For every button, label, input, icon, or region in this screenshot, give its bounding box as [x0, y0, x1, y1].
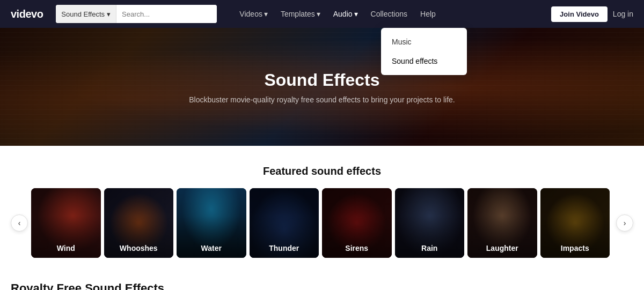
featured-title: Featured sound effects — [11, 165, 633, 177]
chevron-left-icon: ‹ — [18, 219, 21, 227]
search-category-label: Sound Effects — [61, 10, 105, 18]
nav-collections[interactable]: Collections — [365, 6, 413, 21]
login-button[interactable]: Log in — [613, 10, 633, 18]
hero-subtitle: Blockbuster movie-quality royalty free s… — [189, 95, 455, 104]
chevron-down-icon: ▾ — [264, 10, 268, 18]
search-input[interactable] — [116, 5, 217, 23]
nav-audio[interactable]: Audio ▾ — [328, 6, 363, 21]
card-thunder-label: Thunder — [250, 244, 319, 252]
search-bar: Sound Effects ▾ 🔍 — [56, 5, 217, 23]
audio-dropdown: Music Sound effects — [381, 28, 467, 75]
card-water[interactable]: Water — [177, 188, 246, 258]
nav-links: Videos ▾ Templates ▾ Audio ▾ Collections… — [234, 6, 441, 21]
nav-templates[interactable]: Templates ▾ — [275, 6, 326, 21]
dropdown-music[interactable]: Music — [381, 32, 467, 51]
join-button[interactable]: Join Videvo — [551, 6, 608, 22]
card-rain-label: Rain — [395, 244, 465, 252]
nav-videos[interactable]: Videos ▾ — [234, 6, 273, 21]
card-whooshes[interactable]: Whooshes — [104, 188, 174, 258]
chevron-down-icon: ▾ — [354, 10, 358, 18]
card-whooshes-label: Whooshes — [104, 244, 174, 252]
card-impacts-label: Impacts — [540, 244, 610, 252]
card-sirens-label: Sirens — [322, 244, 392, 252]
nav-help[interactable]: Help — [415, 6, 441, 21]
card-wind-label: Wind — [31, 244, 101, 252]
dropdown-sound-effects[interactable]: Sound effects — [381, 51, 467, 71]
card-laughter[interactable]: Laughter — [467, 188, 537, 258]
carousel-track: Wind Whooshes Water Thunder Sirens — [28, 188, 616, 258]
search-category-chevron: ▾ — [107, 10, 111, 18]
search-category-select[interactable]: Sound Effects ▾ — [56, 5, 116, 23]
logo: videvo — [11, 8, 43, 20]
carousel-next-button[interactable]: › — [616, 214, 633, 232]
card-laughter-label: Laughter — [467, 244, 537, 252]
bottom-section: Royalty Free Sound Effects 185,832 clips… — [0, 269, 644, 290]
card-rain[interactable]: Rain — [395, 188, 465, 258]
nav-right: Join Videvo Log in — [551, 6, 633, 22]
card-impacts[interactable]: Impacts — [540, 188, 610, 258]
card-thunder[interactable]: Thunder — [250, 188, 319, 258]
carousel-wrapper: ‹ Wind Whooshes Water Thunder — [11, 188, 633, 258]
featured-section: Featured sound effects ‹ Wind Whooshes W… — [0, 146, 644, 269]
royalty-title: Royalty Free Sound Effects — [11, 281, 633, 290]
navbar: videvo Sound Effects ▾ 🔍 Videos ▾ Templa… — [0, 0, 644, 28]
chevron-down-icon: ▾ — [317, 10, 320, 18]
card-wind[interactable]: Wind — [31, 188, 101, 258]
hero-banner: Sound Effects Blockbuster movie-quality … — [0, 28, 644, 146]
chevron-right-icon: › — [624, 219, 626, 227]
card-water-label: Water — [177, 244, 246, 252]
carousel-prev-button[interactable]: ‹ — [11, 214, 28, 232]
card-sirens[interactable]: Sirens — [322, 188, 392, 258]
